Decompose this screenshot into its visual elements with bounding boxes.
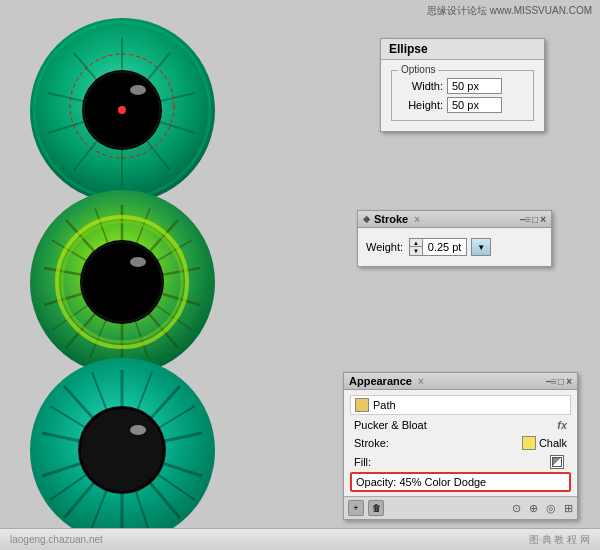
eye-section-1 <box>30 18 215 203</box>
width-row: Width: 50 px <box>398 78 527 94</box>
eye-iris-rays-1 <box>30 18 215 203</box>
stroke-panel-content: Weight: ▲ ▼ 0.25 pt ▼ <box>358 228 551 266</box>
svg-point-58 <box>78 406 166 494</box>
svg-point-60 <box>130 425 146 435</box>
options-legend: Options <box>398 64 438 75</box>
options-group: Options Width: 50 px Height: 50 px <box>391 70 534 121</box>
svg-point-37 <box>80 240 164 324</box>
height-row: Height: 50 px <box>398 97 527 113</box>
watermark: 思缘设计论坛 www.MISSVUAN.COM <box>427 4 592 18</box>
height-input[interactable]: 50 px <box>447 97 502 113</box>
fill-row: Fill: <box>350 453 571 471</box>
appearance-menu-icon[interactable]: ≡ <box>551 375 557 387</box>
eye-section-3 <box>30 358 215 543</box>
bottom-circle-icon: ◎ <box>546 502 556 515</box>
stroke-maximize[interactable]: □ <box>532 214 538 225</box>
weight-spinbox: ▲ ▼ 0.25 pt <box>409 238 467 256</box>
appearance-maximize[interactable]: □ <box>558 376 564 387</box>
stroke-panel: ◆ Stroke × — □ × Weight: ▲ ▼ 0.25 pt ▼ ≡ <box>357 210 552 267</box>
eye-section-2 <box>30 190 215 375</box>
weight-down[interactable]: ▼ <box>410 247 422 255</box>
path-row: Path <box>350 395 571 415</box>
bottom-link-icon: ⊕ <box>529 502 538 515</box>
pucker-row: Pucker & Bloat fx <box>350 417 571 433</box>
fill-field-label: Fill: <box>354 456 547 468</box>
appearance-close[interactable]: × <box>566 376 572 387</box>
appearance-bottom-bar: + 🗑 ⊙ ⊕ ◎ ⊞ <box>344 496 577 519</box>
weight-up[interactable]: ▲ <box>410 239 422 247</box>
fill-icon <box>550 455 564 469</box>
svg-point-15 <box>130 85 146 95</box>
stroke-panel-titlebar: ◆ Stroke × — □ × <box>358 211 551 228</box>
bottom-grid-icon: ⊞ <box>564 502 573 515</box>
width-input[interactable]: 50 px <box>447 78 502 94</box>
height-label: Height: <box>398 99 443 111</box>
appearance-panel-titlebar: Appearance × — □ × <box>344 373 577 390</box>
stroke-weight-row: Weight: ▲ ▼ 0.25 pt ▼ <box>366 234 543 260</box>
trash-icon[interactable]: 🗑 <box>368 500 384 516</box>
stroke-close-x: × <box>414 214 420 225</box>
stroke-panel-title: Stroke <box>374 213 408 225</box>
ellipse-panel-titlebar: Ellipse <box>381 39 544 60</box>
bottom-right-text: 图·典 教 程 网 <box>529 533 590 547</box>
path-label: Path <box>373 399 566 411</box>
stroke-color-box <box>522 436 536 450</box>
eye-iris-rays-3 <box>30 358 215 543</box>
ellipse-panel: Ellipse Options Width: 50 px Height: 50 … <box>380 38 545 132</box>
stroke-value: Chalk <box>539 437 567 449</box>
path-color-box <box>355 398 369 412</box>
stroke-close[interactable]: × <box>540 214 546 225</box>
width-label: Width: <box>398 80 443 92</box>
appearance-title-left: Appearance × <box>349 375 424 387</box>
opacity-row: Opacity: 45% Color Dodge <box>350 472 571 492</box>
weight-label: Weight: <box>366 241 403 253</box>
appearance-panel-content: Path Pucker & Bloat fx Stroke: Chalk Fil… <box>344 390 577 496</box>
opacity-label: Opacity: 45% Color Dodge <box>356 476 565 488</box>
bottom-eye-icon: ⊙ <box>512 502 521 515</box>
add-icon[interactable]: + <box>348 500 364 516</box>
fill-icon-inner <box>552 457 562 467</box>
stroke-field-label: Stroke: <box>354 437 519 449</box>
stroke-icon: ◆ <box>363 214 370 224</box>
weight-value[interactable]: 0.25 pt <box>422 238 467 256</box>
svg-point-14 <box>118 106 126 114</box>
appearance-close-x-label: × <box>418 376 424 387</box>
ellipse-panel-content: Options Width: 50 px Height: 50 px <box>381 60 544 131</box>
pucker-label: Pucker & Bloat <box>354 419 557 431</box>
weight-arrows[interactable]: ▲ ▼ <box>409 238 422 256</box>
ellipse-panel-title: Ellipse <box>389 42 428 56</box>
stroke-title-left: ◆ Stroke × <box>363 213 420 225</box>
svg-point-39 <box>130 257 146 267</box>
fx-badge: fx <box>557 419 567 431</box>
stroke-menu-icon[interactable]: ≡ <box>525 213 531 225</box>
appearance-panel: Appearance × — □ × Path Pucker & Bloat f… <box>343 372 578 520</box>
bottom-bar: laogeng.chazuan.net 图·典 教 程 网 <box>0 528 600 550</box>
appearance-panel-title: Appearance <box>349 375 412 387</box>
bottom-left-text: laogeng.chazuan.net <box>10 534 103 545</box>
eye-iris-rays-2 <box>30 190 215 375</box>
stroke-row: Stroke: Chalk <box>350 434 571 452</box>
weight-dropdown[interactable]: ▼ <box>471 238 491 256</box>
